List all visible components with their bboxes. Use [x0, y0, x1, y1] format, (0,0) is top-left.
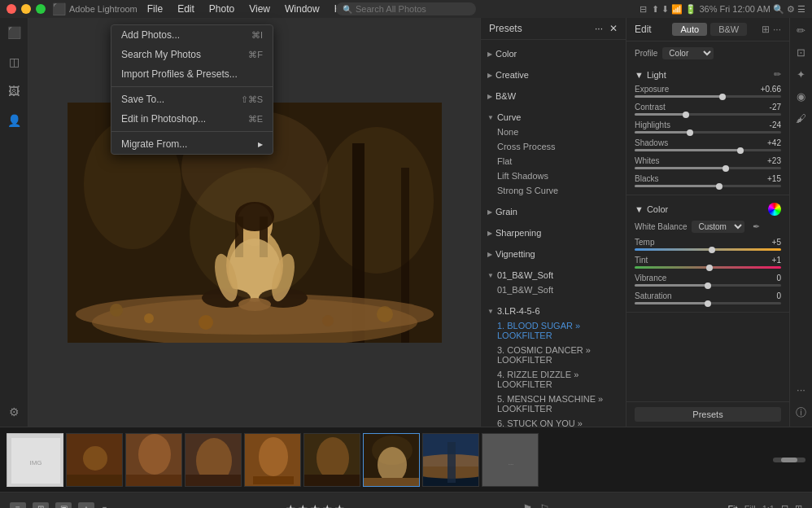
preset-group-bw-soft-header[interactable]: ▼ 01_B&W_Soft: [481, 268, 626, 282]
menu-window[interactable]: Window: [278, 2, 326, 16]
temp-track[interactable]: [635, 248, 781, 251]
single-view-button[interactable]: ▣: [55, 502, 72, 509]
color-wheel-icon[interactable]: [768, 203, 781, 216]
menu-view[interactable]: View: [242, 2, 277, 16]
filmstrip-thumb-9[interactable]: ...: [482, 433, 539, 487]
preset-item-cosmic-dancer[interactable]: 3. COSMIC DANCER » LOOKFILTER: [481, 343, 626, 367]
white-balance-select[interactable]: Custom Auto Daylight: [692, 221, 744, 233]
sidebar-icon-photos[interactable]: 🖼: [6, 83, 22, 99]
filmstrip-thumb-3[interactable]: [125, 433, 182, 487]
preset-item-lift-shadows[interactable]: Lift Shadows: [481, 169, 626, 183]
flag-down-button[interactable]: ⚐: [539, 502, 550, 509]
menu-save-to[interactable]: Save To... ⇧⌘S: [111, 90, 273, 109]
star-rating[interactable]: ★ ★ ★ ★ ★: [286, 502, 345, 509]
star-1[interactable]: ★: [286, 502, 296, 509]
preset-group-vignetting-header[interactable]: ▶ Vignetting: [481, 247, 626, 261]
presets-close-button[interactable]: ✕: [609, 23, 618, 34]
whites-track[interactable]: [635, 167, 781, 169]
filmstrip-thumb-1[interactable]: IMG: [7, 433, 63, 487]
preset-group-curve-header[interactable]: ▼ Curve: [481, 110, 626, 125]
highlights-track[interactable]: [635, 131, 781, 134]
menu-edit[interactable]: Edit: [171, 2, 201, 16]
preset-group-sharpening-header[interactable]: ▶ Sharpening: [481, 226, 626, 240]
filmstrip-thumb-4[interactable]: [185, 433, 242, 487]
search-icon: 🔍: [343, 5, 352, 14]
filmstrip-scroll-indicator[interactable]: [773, 458, 805, 462]
compare-icon[interactable]: ⊡: [781, 503, 788, 508]
preset-item-stuck-on-you[interactable]: 6. STUCK ON YOU » LOOKFILTER: [481, 416, 626, 427]
info-icon[interactable]: ⊞: [795, 503, 802, 508]
sort-button[interactable]: ↕: [78, 502, 94, 509]
preset-item-none[interactable]: None: [481, 125, 626, 139]
preset-item-flat[interactable]: Flat: [481, 154, 626, 169]
saturation-track[interactable]: [635, 302, 781, 304]
right-icon-crop[interactable]: ⊡: [797, 46, 805, 59]
sidebar-icon-places[interactable]: ⚙: [6, 404, 22, 420]
preset-group-grain-header[interactable]: ▶ Grain: [481, 204, 626, 219]
vibrance-track[interactable]: [635, 284, 781, 287]
color-section-header[interactable]: ▼ Color: [626, 200, 789, 218]
sidebar-icon-people[interactable]: 👤: [6, 112, 22, 129]
tint-track[interactable]: [635, 266, 781, 269]
menu-add-photos[interactable]: Add Photos... ⌘I: [111, 25, 273, 45]
filmstrip-thumb-2[interactable]: [66, 433, 123, 487]
preset-item-mensch[interactable]: 5. MENSCH MASCHINE » LOOKFILTER: [481, 392, 626, 416]
flag-up-button[interactable]: ⚑: [522, 502, 533, 509]
profile-select[interactable]: Color B&W Custom: [662, 47, 714, 59]
filmstrip-thumb-8[interactable]: [422, 433, 479, 487]
right-icon-more[interactable]: ···: [797, 383, 805, 396]
filmstrip-thumb-7-active[interactable]: [363, 433, 420, 487]
filmstrip-thumb-5[interactable]: [244, 433, 301, 487]
menu-migrate-from[interactable]: Migrate From...: [111, 134, 273, 154]
preset-item-strong-s-curve[interactable]: Strong S Curve: [481, 183, 626, 198]
tab-auto[interactable]: Auto: [672, 23, 707, 36]
star-3[interactable]: ★: [310, 502, 321, 509]
menu-photo[interactable]: Photo: [203, 2, 241, 16]
preset-group-lr456-header[interactable]: ▼ 3.LR-4-5-6: [481, 304, 626, 318]
fill-button[interactable]: Fill: [744, 504, 756, 509]
tab-bw[interactable]: B&W: [710, 23, 747, 36]
grid-icon[interactable]: ⊞: [762, 24, 770, 35]
right-icon-healing[interactable]: ✦: [797, 68, 805, 81]
more-icon[interactable]: ···: [773, 24, 781, 35]
close-button[interactable]: [7, 4, 16, 14]
menu-import-profiles[interactable]: Import Profiles & Presets...: [111, 64, 273, 84]
fit-button[interactable]: Fit: [727, 504, 737, 509]
preset-item-cross-process[interactable]: Cross Process: [481, 139, 626, 154]
star-5[interactable]: ★: [334, 502, 345, 509]
presets-more-button[interactable]: ···: [595, 23, 603, 34]
minimize-button[interactable]: [21, 4, 31, 14]
filmstrip-thumb-6[interactable]: [303, 433, 360, 487]
sidebar-icon-adobe[interactable]: ⬛: [6, 24, 22, 41]
contrast-track[interactable]: [635, 113, 781, 116]
list-view-button[interactable]: ≡: [10, 502, 26, 509]
menu-file[interactable]: File: [141, 2, 169, 16]
preset-item-bw-soft[interactable]: 01_B&W_Soft: [481, 282, 626, 297]
grid-view-button[interactable]: ⊞: [33, 502, 49, 509]
star-2[interactable]: ★: [298, 502, 308, 509]
sort-dropdown-icon[interactable]: ▼: [101, 505, 108, 509]
sidebar-icon-library[interactable]: ◫: [6, 54, 22, 70]
preset-group-color-header[interactable]: ▶ Color: [481, 46, 626, 61]
right-icon-info[interactable]: ⓘ: [796, 405, 806, 420]
light-section-header[interactable]: ▼ Light ✏: [626, 67, 789, 82]
preset-item-rizzle-dizzle[interactable]: 4. RIZZLE DIZZLE » LOOKFILTER: [481, 367, 626, 392]
exposure-track[interactable]: [635, 95, 781, 98]
star-4[interactable]: ★: [322, 502, 333, 509]
search-input[interactable]: [336, 2, 476, 15]
shadows-track[interactable]: [635, 149, 781, 151]
zoom-1-1-button[interactable]: 1:1: [762, 504, 775, 509]
right-icon-mask[interactable]: ◉: [797, 90, 805, 103]
preset-group-bw-header[interactable]: ▶ B&W: [481, 89, 626, 103]
blacks-track[interactable]: [635, 185, 781, 187]
light-pencil-icon[interactable]: ✏: [774, 69, 781, 80]
presets-footer-button[interactable]: Presets: [635, 407, 781, 422]
right-icon-edit[interactable]: ✏: [797, 24, 805, 37]
preset-group-creative-header[interactable]: ▶ Creative: [481, 68, 626, 82]
maximize-button[interactable]: [36, 4, 46, 14]
eyedropper-icon[interactable]: ✒: [753, 221, 760, 232]
menu-search-my-photos[interactable]: Search My Photos ⌘F: [111, 45, 273, 64]
menu-edit-in-photoshop[interactable]: Edit in Photoshop... ⌘E: [111, 109, 273, 129]
right-icon-brush[interactable]: 🖌: [796, 112, 806, 125]
preset-item-blood-sugar[interactable]: 1. BLOOD SUGAR » LOOKFILTER: [481, 318, 626, 343]
